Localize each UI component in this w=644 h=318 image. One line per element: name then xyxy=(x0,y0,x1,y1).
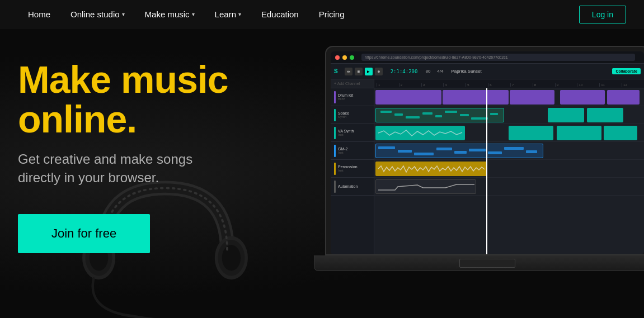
daw-time-display: 2:1:4:200 xyxy=(391,69,418,74)
hero-section: Make music online. Get creative and make… xyxy=(0,29,644,318)
clip-2-1[interactable] xyxy=(375,108,504,122)
clip-3-3[interactable] xyxy=(557,126,601,140)
collaborate-button[interactable]: Collaborate xyxy=(612,68,641,74)
stop-button[interactable]: ⏹ xyxy=(355,68,363,75)
daw-logo: S xyxy=(334,68,338,74)
daw-clips-container xyxy=(374,88,644,254)
laptop-mockup: https://chrome.soundation.com/project/so… xyxy=(325,46,644,314)
clip-3-1[interactable] xyxy=(375,126,465,140)
track-label-1: Drum Kit BPM xyxy=(331,88,374,106)
hero-subtitle: Get creative and make songs directly in … xyxy=(18,150,309,187)
laptop-touchpad xyxy=(459,259,515,268)
clip-row-5[interactable] xyxy=(374,160,644,178)
daw-time-sig: 4/4 xyxy=(437,69,443,74)
daw-tracks-panel: + Add Channel Drum Kit BPM xyxy=(331,79,374,254)
track-name-4: GM-2 xyxy=(338,147,370,151)
nav-make-music[interactable]: Make music ▾ xyxy=(135,0,205,29)
track-name-2: Space xyxy=(338,111,370,115)
track-label-3: VA Synth Inst xyxy=(331,124,374,142)
track-label-2: Space Synth xyxy=(331,106,374,124)
clip-row-3[interactable] xyxy=(374,124,644,142)
track-label-automation-1: Automation xyxy=(331,178,374,196)
track-label-4: GM-2 Inst xyxy=(331,142,374,160)
daw-toolbar: S ⏮ ⏹ ▶ ⏺ 2:1:4:200 80 xyxy=(331,64,644,79)
clip-1-5[interactable] xyxy=(607,90,640,105)
clip-4-1[interactable] xyxy=(375,144,543,158)
hero-title: Make music online. xyxy=(18,60,309,140)
track-color-5 xyxy=(334,163,336,175)
nav-pricing[interactable]: Pricing xyxy=(309,0,355,29)
minimize-dot xyxy=(342,55,347,60)
daw-playhead xyxy=(486,88,487,254)
clip-row-2[interactable] xyxy=(374,106,644,124)
track-label-5: Percussion Inst xyxy=(331,160,374,178)
clip-2-3[interactable] xyxy=(587,108,623,122)
clip-row-1[interactable] xyxy=(374,88,644,106)
clip-3-2[interactable] xyxy=(509,126,553,140)
laptop-base xyxy=(314,255,644,271)
clip-1-3[interactable] xyxy=(510,90,554,105)
chevron-down-icon: ▾ xyxy=(122,0,125,29)
daw-titlebar: https://chrome.soundation.com/project/so… xyxy=(331,51,644,64)
nav-online-studio[interactable]: Online studio ▾ xyxy=(60,0,135,29)
track-name-1: Drum Kit xyxy=(338,93,370,97)
nav-learn[interactable]: Learn ▾ xyxy=(205,0,251,29)
track-name-auto1: Automation xyxy=(338,184,370,188)
clip-3-4[interactable] xyxy=(604,126,637,140)
track-color-auto1 xyxy=(334,181,336,193)
daw-timeline-area[interactable]: 1 2 3 4 5 6 7 8 9 10 xyxy=(374,79,644,254)
daw-transport: ⏮ ⏹ ▶ ⏺ xyxy=(345,68,383,75)
daw-interface: https://chrome.soundation.com/project/so… xyxy=(331,51,644,254)
maximize-dot xyxy=(350,55,354,60)
nav-links: Home Online studio ▾ Make music ▾ Learn … xyxy=(18,0,355,29)
nav-home[interactable]: Home xyxy=(18,0,60,29)
track-name-5: Percussion xyxy=(338,165,370,169)
daw-project-name: Paprika Sunset xyxy=(451,69,481,74)
clip-row-6[interactable] xyxy=(374,178,644,196)
daw-ruler: 1 2 3 4 5 6 7 8 9 10 xyxy=(374,79,644,88)
hero-text-block: Make music online. Get creative and make… xyxy=(18,60,309,253)
track-color-2 xyxy=(334,109,336,121)
chevron-down-icon: ▾ xyxy=(192,0,195,29)
clip-6-1[interactable] xyxy=(375,179,476,194)
nav-education[interactable]: Education xyxy=(251,0,309,29)
track-name-3: VA Synth xyxy=(338,129,370,133)
laptop-screen-border: https://chrome.soundation.com/project/so… xyxy=(325,46,644,255)
clip-1-4[interactable] xyxy=(560,90,605,105)
url-bar[interactable]: https://chrome.soundation.com/project/so… xyxy=(361,54,635,61)
close-dot xyxy=(335,55,340,60)
laptop-screen: https://chrome.soundation.com/project/so… xyxy=(331,51,644,254)
track-color-3 xyxy=(334,127,336,139)
clip-1-1[interactable] xyxy=(375,90,441,105)
daw-bpm-display: 80 xyxy=(425,69,430,74)
clip-5-1[interactable] xyxy=(375,162,487,176)
navigation: Home Online studio ▾ Make music ▾ Learn … xyxy=(0,0,644,29)
daw-main-area: + Add Channel Drum Kit BPM xyxy=(331,79,644,254)
rewind-button[interactable]: ⏮ xyxy=(345,68,352,75)
nav-right: Log in xyxy=(579,6,626,23)
clip-1-2[interactable] xyxy=(443,90,509,105)
add-channel-button[interactable]: + Add Channel xyxy=(331,79,374,88)
clip-row-4[interactable] xyxy=(374,142,644,160)
login-button[interactable]: Log in xyxy=(579,6,626,23)
track-color-1 xyxy=(334,91,336,103)
track-color-4 xyxy=(334,145,336,157)
chevron-down-icon: ▾ xyxy=(238,0,241,29)
play-button[interactable]: ▶ xyxy=(365,68,373,75)
join-free-button[interactable]: Join for free xyxy=(18,214,150,253)
record-button[interactable]: ⏺ xyxy=(375,68,383,75)
clip-2-2[interactable] xyxy=(548,108,584,122)
